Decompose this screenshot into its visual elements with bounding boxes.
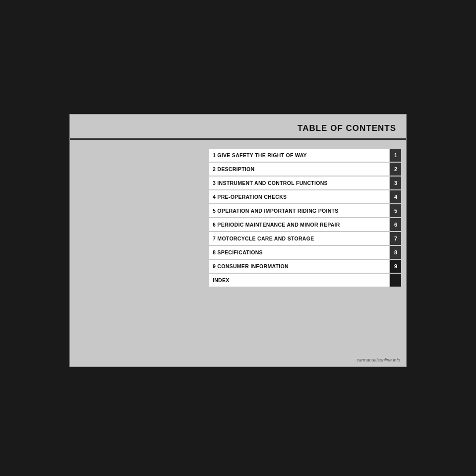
toc-item-label: 2 DESCRIPTION [209,163,389,176]
toc-index-badge [390,274,401,287]
toc-number-badge: 9 [390,260,401,273]
toc-row[interactable]: 5 OPERATION AND IMPORTANT RIDING POINTS5 [209,204,401,217]
toc-item-label: 3 INSTRUMENT AND CONTROL FUNCTIONS [209,177,389,189]
toc-row[interactable]: 8 SPECIFICATIONS8 [209,246,401,259]
toc-row[interactable]: 7 MOTORCYCLE CARE AND STORAGE7 [209,232,401,245]
toc-number-badge: 2 [390,163,401,176]
toc-item-label: 8 SPECIFICATIONS [209,246,389,259]
toc-item-label: 9 CONSUMER INFORMATION [209,260,389,273]
toc-index-row[interactable]: INDEX [209,274,401,287]
toc-index-label: INDEX [209,274,389,287]
toc-number-badge: 7 [390,232,401,245]
page-header: TABLE OF CONTENTS [70,115,406,140]
toc-number-badge: 8 [390,246,401,259]
toc-item-label: 7 MOTORCYCLE CARE AND STORAGE [209,232,389,245]
content-area: 1 GIVE SAFETY THE RIGHT OF WAY12 DESCRIP… [70,144,406,292]
toc-number-badge: 1 [390,149,401,162]
toc-row[interactable]: 4 PRE-OPERATION CHECKS4 [209,190,401,203]
toc-number-badge: 6 [390,218,401,231]
toc-number-badge: 4 [390,190,401,203]
toc-item-label: 5 OPERATION AND IMPORTANT RIDING POINTS [209,204,389,217]
toc-row[interactable]: 2 DESCRIPTION2 [209,163,401,176]
page-card: TABLE OF CONTENTS 1 GIVE SAFETY THE RIGH… [69,114,407,367]
toc-item-label: 6 PERIODIC MAINTENANCE AND MINOR REPAIR [209,218,389,231]
toc-row[interactable]: 1 GIVE SAFETY THE RIGHT OF WAY1 [209,149,401,162]
page-title: TABLE OF CONTENTS [298,123,396,133]
toc-number-badge: 5 [390,204,401,217]
toc-row[interactable]: 6 PERIODIC MAINTENANCE AND MINOR REPAIR6 [209,218,401,231]
toc-number-badge: 3 [390,177,401,189]
toc-section: 1 GIVE SAFETY THE RIGHT OF WAY12 DESCRIP… [209,149,401,287]
watermark: carmanualsonline.info [357,357,400,362]
toc-row[interactable]: 9 CONSUMER INFORMATION9 [209,260,401,273]
toc-item-label: 4 PRE-OPERATION CHECKS [209,190,389,203]
toc-item-label: 1 GIVE SAFETY THE RIGHT OF WAY [209,149,389,162]
left-spacer [70,149,209,287]
toc-row[interactable]: 3 INSTRUMENT AND CONTROL FUNCTIONS3 [209,177,401,189]
